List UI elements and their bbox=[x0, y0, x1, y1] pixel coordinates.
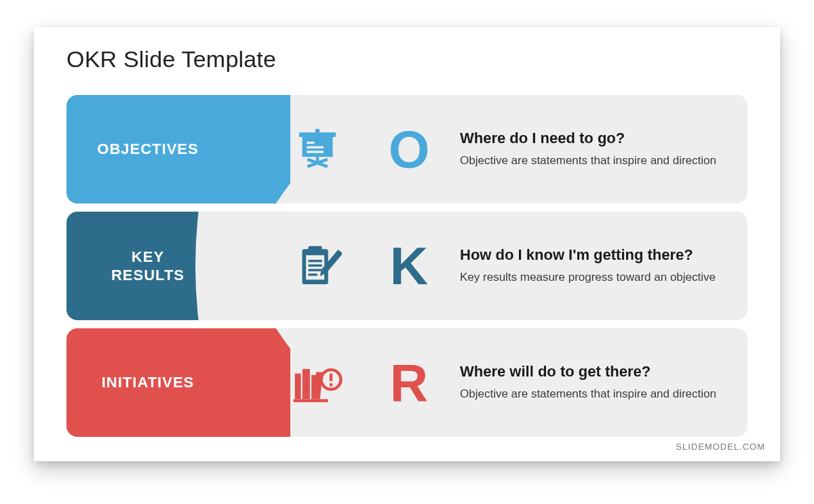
label-panel: KEY RESULTS bbox=[66, 212, 290, 320]
svg-rect-25 bbox=[293, 399, 328, 402]
svg-rect-23 bbox=[330, 374, 332, 381]
text-block: Where do I need to go? Objective are sta… bbox=[460, 95, 720, 203]
row-question: Where do I need to go? bbox=[460, 130, 720, 147]
letter-r: R bbox=[379, 328, 440, 437]
svg-rect-11 bbox=[306, 255, 324, 279]
letter-o: O bbox=[379, 95, 440, 203]
svg-rect-4 bbox=[307, 151, 324, 153]
text-block: Where will do to get there? Objective ar… bbox=[460, 328, 720, 437]
svg-rect-12 bbox=[309, 260, 322, 262]
svg-rect-3 bbox=[307, 147, 324, 149]
row-description: Objective are statements that inspire an… bbox=[460, 153, 720, 169]
row-description: Key results measure progress toward an o… bbox=[460, 270, 720, 286]
svg-rect-24 bbox=[330, 383, 332, 386]
label-text: INITIATIVES bbox=[66, 328, 229, 437]
label-panel: INITIATIVES bbox=[66, 328, 290, 437]
text-block: How do I know I'm getting there? Key res… bbox=[460, 212, 720, 320]
letter-k: K bbox=[379, 212, 440, 320]
books-alert-icon bbox=[277, 328, 358, 437]
svg-rect-5 bbox=[316, 157, 319, 161]
slide-card: OKR Slide Template OBJECTIVES bbox=[34, 27, 780, 461]
row-description: Objective are statements that inspire an… bbox=[460, 387, 720, 402]
svg-rect-10 bbox=[309, 246, 322, 254]
row-objectives: OBJECTIVES O bbox=[66, 95, 748, 203]
svg-rect-13 bbox=[309, 265, 322, 267]
stage: OKR Slide Template OBJECTIVES bbox=[0, 0, 814, 504]
footer-brand: SLIDEMODEL.COM bbox=[676, 442, 765, 452]
label-text: OBJECTIVES bbox=[66, 95, 229, 203]
row-initiatives: INITIATIVES R Where bbox=[66, 328, 748, 437]
rows-container: OBJECTIVES O bbox=[66, 95, 748, 445]
svg-rect-19 bbox=[303, 369, 310, 399]
slide-title: OKR Slide Template bbox=[66, 46, 276, 73]
svg-point-8 bbox=[315, 129, 320, 134]
svg-rect-14 bbox=[309, 269, 322, 271]
presentation-board-icon bbox=[277, 95, 358, 203]
row-question: Where will do to get there? bbox=[460, 363, 720, 381]
label-panel: OBJECTIVES bbox=[66, 95, 290, 203]
row-question: How do I know I'm getting there? bbox=[460, 246, 720, 264]
svg-rect-2 bbox=[307, 142, 314, 144]
clipboard-pencil-icon bbox=[277, 212, 358, 320]
svg-rect-18 bbox=[295, 374, 301, 400]
svg-rect-15 bbox=[309, 273, 318, 275]
row-key-results: KEY RESULTS bbox=[66, 212, 748, 320]
label-text: KEY RESULTS bbox=[66, 212, 229, 320]
